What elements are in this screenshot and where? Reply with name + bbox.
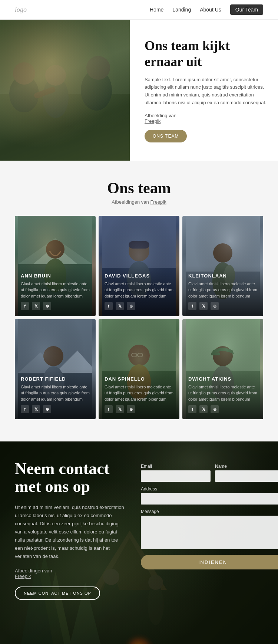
address-label: Address	[141, 486, 278, 492]
member-bio: Glavi amet ritnisi libero molestie ante …	[105, 281, 173, 299]
hero-body-text: Sample text. Lorem ipsum dolor sit amet,…	[145, 76, 267, 107]
instagram-icon[interactable]: ⊕	[211, 405, 219, 413]
member-bio: Glavi amet ritnisi libero molestie ante …	[188, 384, 257, 402]
logo: logo	[15, 6, 27, 14]
name-input[interactable]	[215, 470, 278, 482]
twitter-icon[interactable]: 𝕏	[116, 405, 124, 413]
form-group-message: Message	[141, 509, 278, 549]
hero-title: Ons team kijkt ernaar uit	[145, 38, 267, 70]
nav-landing[interactable]: Landing	[172, 7, 191, 13]
member-name: ANN BRUIN	[21, 273, 90, 279]
hero-team-button[interactable]: ONS TEAM	[145, 130, 187, 142]
facebook-icon[interactable]: f	[105, 302, 113, 310]
email-input[interactable]	[141, 470, 211, 482]
svg-rect-9	[0, 20, 130, 161]
team-section: Ons team Afbeeldingen van Freepik	[0, 161, 278, 441]
card-content: DWIGHT ATKINS Glavi amet ritnisi libero …	[182, 370, 263, 420]
instagram-icon[interactable]: ⊕	[43, 405, 51, 413]
card-content: DAVID VILLEGAS Glavi amet ritnisi libero…	[99, 267, 179, 316]
instagram-icon[interactable]: ⊕	[211, 302, 219, 310]
team-freepik-link[interactable]: Freepik	[150, 199, 166, 205]
form-group-address: Address	[141, 486, 278, 505]
card-social: f 𝕏 ⊕	[188, 405, 257, 413]
hero-section: Ons team kijkt ernaar uit Sample text. L…	[0, 20, 278, 161]
svg-point-4	[43, 77, 69, 118]
team-card[interactable]: DWIGHT ATKINS Glavi amet ritnisi libero …	[182, 319, 263, 419]
facebook-icon[interactable]: f	[21, 302, 29, 310]
card-social: f 𝕏 ⊕	[105, 302, 173, 310]
member-name: DWIGHT ATKINS	[188, 376, 257, 382]
card-content: KLEITONLAAN Glavi amet ritnisi libero mo…	[182, 267, 263, 316]
contact-cta-button[interactable]: NEEM CONTACT MET ONS OP	[15, 586, 100, 600]
instagram-icon[interactable]: ⊕	[127, 405, 135, 413]
contact-title: Neem contact met ons op	[15, 460, 126, 496]
contact-freepik-link[interactable]: Freepik	[15, 574, 31, 579]
svg-point-6	[81, 70, 112, 111]
instagram-icon[interactable]: ⊕	[127, 302, 135, 310]
svg-rect-0	[0, 20, 130, 161]
team-section-title: Ons team	[15, 179, 263, 197]
card-social: f 𝕏 ⊕	[188, 302, 257, 310]
svg-point-3	[13, 62, 35, 85]
team-card[interactable]: ANN BRUIN Glavi amet ritnisi libero mole…	[15, 216, 96, 316]
name-label: Name	[215, 464, 278, 469]
twitter-icon[interactable]: 𝕏	[32, 302, 40, 310]
svg-point-7	[86, 56, 110, 80]
email-label: Email	[141, 464, 211, 469]
instagram-icon[interactable]: ⊕	[43, 302, 51, 310]
contact-attribution: Afbeeldingen van Freepik	[15, 568, 126, 579]
form-row-email-name: Email Name	[141, 464, 278, 482]
team-grid: ANN BRUIN Glavi amet ritnisi libero mole…	[15, 216, 263, 419]
contact-form: Email Name Address Message INDIENEN	[141, 460, 278, 600]
nav-ourteam[interactable]: Our Team	[230, 4, 263, 15]
form-group-name: Name	[215, 464, 278, 482]
hero-attribution: Afbeelding van Freepik	[145, 113, 267, 124]
contact-left: Neem contact met ons op Ut enim ad minim…	[15, 460, 126, 600]
card-social: f 𝕏 ⊕	[105, 405, 173, 413]
twitter-icon[interactable]: 𝕏	[116, 302, 124, 310]
card-content: ROBERT FIFIELD Glavi amet ritnisi libero…	[15, 370, 96, 420]
twitter-icon[interactable]: 𝕏	[199, 302, 208, 310]
message-textarea[interactable]	[141, 516, 278, 549]
member-name: ROBERT FIFIELD	[21, 376, 90, 382]
member-bio: Glavi amet ritnisi libero molestie ante …	[21, 384, 90, 402]
svg-point-5	[45, 65, 66, 86]
message-label: Message	[141, 509, 278, 514]
nav-links: Home Landing About Us Our Team	[150, 4, 263, 15]
nav-about[interactable]: About Us	[200, 7, 221, 13]
address-input[interactable]	[141, 493, 278, 505]
nav-home[interactable]: Home	[150, 7, 163, 13]
hero-content: Ons team kijkt ernaar uit Sample text. L…	[130, 20, 278, 161]
contact-body-text: Ut enim ad minim veniam, quis nostrud ex…	[15, 503, 126, 561]
facebook-icon[interactable]: f	[105, 405, 113, 413]
team-card[interactable]: DAN SPINELLO Glavi amet ritnisi libero m…	[99, 319, 179, 419]
member-bio: Glavi amet ritnisi libero molestie ante …	[105, 384, 173, 402]
member-bio: Glavi amet ritnisi libero molestie ante …	[21, 281, 90, 299]
hero-image	[0, 20, 130, 161]
member-name: DAN SPINELLO	[105, 376, 173, 382]
twitter-icon[interactable]: 𝕏	[199, 405, 208, 413]
team-card[interactable]: ROBERT FIFIELD Glavi amet ritnisi libero…	[15, 319, 96, 419]
team-attribution: Afbeeldingen van Freepik	[15, 199, 263, 205]
contact-inner: Neem contact met ons op Ut enim ad minim…	[0, 441, 278, 618]
team-card[interactable]: KLEITONLAAN Glavi amet ritnisi libero mo…	[182, 216, 263, 316]
twitter-icon[interactable]: 𝕏	[32, 405, 40, 413]
facebook-icon[interactable]: f	[21, 405, 29, 413]
card-content: ANN BRUIN Glavi amet ritnisi libero mole…	[15, 267, 96, 316]
member-name: DAVID VILLEGAS	[105, 273, 173, 279]
contact-section: Neem contact met ons op Ut enim ad minim…	[0, 441, 278, 644]
member-bio: Glavi amet ritnisi libero molestie ante …	[188, 281, 257, 299]
card-social: f 𝕏 ⊕	[21, 405, 90, 413]
card-social: f 𝕏 ⊕	[21, 302, 90, 310]
hero-photo-bg	[0, 20, 130, 161]
hero-freepik-link[interactable]: Freepik	[145, 118, 160, 124]
svg-rect-1	[0, 94, 130, 161]
member-name: KLEITONLAAN	[188, 273, 257, 279]
facebook-icon[interactable]: f	[188, 302, 196, 310]
facebook-icon[interactable]: f	[188, 405, 196, 413]
submit-button[interactable]: INDIENEN	[141, 555, 278, 569]
svg-point-2	[9, 75, 39, 112]
navigation: logo Home Landing About Us Our Team	[0, 0, 278, 20]
team-card[interactable]: DAVID VILLEGAS Glavi amet ritnisi libero…	[99, 216, 179, 316]
svg-rect-8	[33, 86, 56, 99]
